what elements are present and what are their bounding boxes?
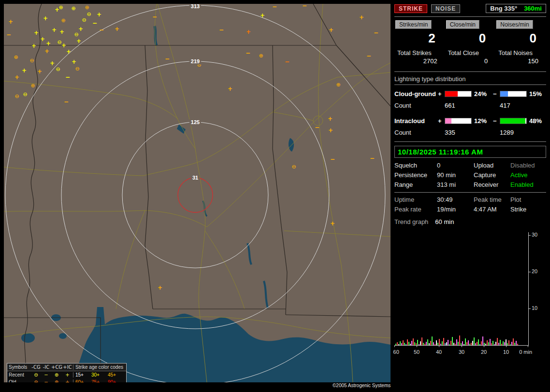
strike-symbol: + <box>328 116 333 122</box>
circle-plus-icon: ⊕ <box>51 379 62 382</box>
trend-bar <box>507 343 508 345</box>
trend-bar <box>491 343 492 345</box>
trend-graph-header: Trend graph 60 min <box>394 218 546 225</box>
cg-positive-count: 661 <box>445 102 472 109</box>
total-noises-value: 150 <box>495 57 546 65</box>
strike-symbol: + <box>50 60 55 66</box>
strikes-per-min-value: 2 <box>394 31 445 45</box>
trend-bar <box>490 339 491 345</box>
intracloud-count-row: Count 335 1289 <box>394 126 546 138</box>
symbol-legend: Symbols -CG -IC +CG +IC Strike age color… <box>7 363 127 382</box>
strike-symbol: + <box>228 86 232 92</box>
plus-icon: + <box>62 372 73 378</box>
age-30: 30+ <box>89 372 106 378</box>
trend-graph: 30 20 10 60 50 40 30 20 10 0 min <box>394 232 546 359</box>
trend-bar <box>501 344 502 345</box>
ic-negative-pct: 48% <box>527 117 546 125</box>
legend-recent-label: Recent <box>9 372 31 378</box>
noises-per-min-button[interactable]: Noises/min <box>496 20 533 29</box>
legend-age-header: Strike age color codes <box>73 364 124 370</box>
trend-bar <box>456 339 457 345</box>
distribution-title: Lightning type distribution <box>394 75 546 85</box>
noises-counter-column: Noises/min 0 Total Noises 150 <box>495 20 546 65</box>
strike-symbol: − <box>302 4 307 9</box>
cg-positive-pct: 24% <box>472 90 493 98</box>
strike-symbol: ⊖ <box>75 66 79 72</box>
age-45: 45+ <box>106 372 124 378</box>
divider <box>394 16 546 17</box>
indicator-row: STRIKE NOISE Bng 335° 360mi <box>394 4 546 13</box>
close-counter-column: Close/min 0 Total Close 0 <box>445 20 496 65</box>
trend-bar <box>419 344 420 345</box>
strike-symbol: − <box>152 14 157 20</box>
ic-negative-bar <box>500 118 527 124</box>
legend-old-row: Old ⊖ − ⊕ + 60+ 75+ 90+ <box>7 378 126 382</box>
trend-bar <box>506 339 507 345</box>
strike-symbol: + <box>260 13 265 18</box>
lightning-map[interactable]: 313 219 125 31 +−⊕⊖⊖+++++++⊕⊕+⊖++⊕⊖++⊖⊕⊖… <box>4 4 391 382</box>
age-60: 60+ <box>73 379 89 382</box>
plus-sign: + <box>438 117 445 125</box>
age-75: 75+ <box>89 379 106 382</box>
trend-bar <box>420 341 421 345</box>
trend-bar <box>405 344 406 345</box>
trend-bar <box>426 342 427 345</box>
trend-bar <box>400 341 401 345</box>
strike-symbol: ⊕ <box>58 5 63 11</box>
trend-bar <box>423 343 424 345</box>
trend-bar <box>429 343 430 345</box>
close-per-min-button[interactable]: Close/min <box>446 20 479 29</box>
noise-indicator-button[interactable]: NOISE <box>431 4 460 13</box>
trend-bar <box>437 343 438 345</box>
age-15: 15+ <box>73 372 89 378</box>
capture-label: Capture <box>474 171 510 179</box>
count-label: Count <box>394 129 438 136</box>
trend-bar <box>510 344 511 345</box>
bearing-value: Bng 335° <box>490 5 517 12</box>
trend-bar <box>452 337 453 345</box>
y-tick-20: 20 <box>532 269 537 274</box>
status-panel: STRIKE NOISE Bng 335° 360mi Strikes/min … <box>394 4 546 388</box>
trend-bar <box>404 343 405 345</box>
cg-negative-bar <box>500 91 527 97</box>
trend-bars <box>395 232 518 345</box>
strike-symbol: + <box>37 69 42 74</box>
x-tick-20: 20 <box>481 349 487 355</box>
peak-time-value: 4:47 AM <box>474 206 510 213</box>
range-label: Range <box>394 181 437 189</box>
trend-bar <box>398 344 399 345</box>
strike-symbol: ⊕ <box>30 83 35 89</box>
trend-bar <box>494 344 495 345</box>
strike-symbol: ⊖ <box>56 67 60 72</box>
trend-bar <box>492 341 493 345</box>
trend-bar <box>465 338 466 345</box>
trend-bar <box>403 340 404 345</box>
trend-bar <box>421 337 422 345</box>
ring-label-313: 313 <box>189 4 201 10</box>
trend-bar <box>410 344 411 345</box>
trend-bar <box>446 342 447 345</box>
trend-bar <box>458 342 459 345</box>
cg-negative-fill <box>500 91 508 97</box>
strike-indicator-button[interactable]: STRIKE <box>394 4 427 13</box>
trend-bar <box>427 339 428 345</box>
trend-bar <box>411 341 412 345</box>
total-strikes-label: Total Strikes <box>394 49 445 56</box>
strike-symbol: + <box>158 285 162 291</box>
strike-symbol: + <box>43 15 48 21</box>
strike-symbol: ⊕ <box>14 55 18 60</box>
datetime-display: 10/18/2025 11:19:16 AM <box>394 146 546 158</box>
strikes-per-min-button[interactable]: Strikes/min <box>395 20 432 29</box>
divider <box>394 141 546 142</box>
ic-positive-bar <box>445 118 472 124</box>
cloud-ground-count-row: Count 661 417 <box>394 99 546 111</box>
strike-symbol: ⊖ <box>291 164 296 170</box>
squelch-value: 0 <box>437 162 474 169</box>
trend-bar <box>432 336 433 345</box>
minus-sign: − <box>493 117 500 125</box>
trend-bar <box>463 344 464 345</box>
upload-status: Disabled <box>510 162 546 169</box>
strike-symbol: + <box>34 30 39 36</box>
x-tick-50: 50 <box>414 349 420 355</box>
strike-symbol: − <box>165 56 170 62</box>
